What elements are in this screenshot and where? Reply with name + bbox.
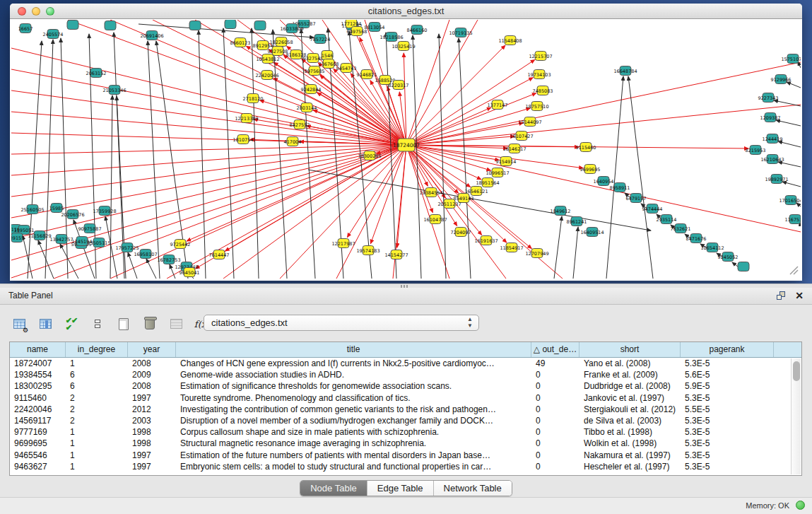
table-row[interactable]: 2242004622012Investigating the contribut… bbox=[10, 404, 790, 415]
graph-node[interactable]: 9115460 bbox=[576, 143, 596, 152]
graph-node[interactable]: 20691406 bbox=[140, 31, 163, 40]
network-window-titlebar[interactable]: citations_edges.txt bbox=[10, 4, 802, 19]
select-all-columns-button[interactable]: ✔✔✔ bbox=[62, 315, 81, 333]
row-options-button[interactable] bbox=[88, 315, 107, 333]
graph-node[interactable]: 2063152 bbox=[86, 69, 107, 78]
graph-node[interactable]: 8660123 bbox=[230, 38, 251, 47]
graph-node[interactable]: 8471676 bbox=[686, 234, 707, 243]
graph-node[interactable]: 9699695 bbox=[580, 165, 601, 174]
column-header-title[interactable]: title bbox=[176, 342, 531, 357]
graph-node[interactable]: 16104787 bbox=[423, 215, 447, 224]
graph-node[interactable]: 19218586 bbox=[379, 33, 403, 42]
show-columns-button[interactable] bbox=[36, 315, 54, 333]
table-row[interactable]: 1872400712008Changes of HCN gene express… bbox=[10, 358, 790, 369]
graph-node[interactable]: 13942757 bbox=[49, 235, 73, 244]
table-settings-button[interactable]: ⚙ bbox=[10, 315, 28, 333]
graph-node[interactable]: 90975887 bbox=[78, 224, 101, 233]
graph-node[interactable]: 10654112 bbox=[700, 243, 724, 252]
graph-node[interactable]: 9154914 bbox=[496, 157, 517, 166]
graph-node[interactable]: 12215707 bbox=[529, 52, 552, 61]
graph-node[interactable] bbox=[105, 21, 116, 30]
table-row[interactable]: 969969511998Structural magnetic resonanc… bbox=[10, 438, 790, 449]
table-row[interactable]: 977716911998Corpus callosum shape and si… bbox=[10, 426, 790, 438]
table-row[interactable]: 1830029562008Estimation of significance … bbox=[10, 380, 790, 392]
graph-node[interactable]: 1167533 bbox=[785, 215, 801, 224]
graph-node[interactable]: 12213389 bbox=[235, 114, 258, 123]
delete-column-button[interactable] bbox=[141, 315, 159, 333]
graph-node-label: 7485083 bbox=[533, 88, 553, 94]
column-header-pagerank[interactable]: pagerank bbox=[681, 342, 774, 357]
column-header-out_de[interactable]: △ out_de… bbox=[531, 342, 579, 357]
graph-node[interactable]: 8215953 bbox=[746, 146, 766, 155]
graph-node[interactable]: 20206576 bbox=[61, 210, 84, 219]
graph-node[interactable]: 1546 bbox=[322, 51, 334, 60]
graph-node[interactable]: 8975685 bbox=[305, 66, 325, 76]
graph-node[interactable]: 11548408 bbox=[498, 36, 522, 45]
graph-node[interactable]: 11854917 bbox=[500, 243, 523, 252]
graph-node[interactable]: 18951564 bbox=[476, 178, 499, 187]
graph-node[interactable]: 19734103 bbox=[527, 70, 551, 79]
graph-node[interactable]: 12217987 bbox=[331, 239, 355, 248]
graph-node[interactable] bbox=[254, 21, 266, 30]
table-source-select[interactable]: citations_edges.txt ▲▼ bbox=[204, 315, 479, 331]
tab-network-table[interactable]: Network Table bbox=[434, 481, 512, 496]
combo-stepper-icon: ▲▼ bbox=[467, 316, 473, 329]
table-row[interactable]: 911546021997Tourette syndrome. Phenomeno… bbox=[10, 392, 790, 404]
graph-node[interactable]: 16191637 bbox=[474, 236, 498, 245]
new-column-button[interactable] bbox=[114, 315, 133, 333]
network-graph[interactable]: 1665724055742069140620631522105334610655… bbox=[11, 20, 801, 279]
graph-node[interactable]: 16657 bbox=[18, 24, 33, 33]
table-row[interactable]: 1456911722003Disruption of a novel membe… bbox=[10, 415, 790, 426]
graph-node[interactable]: 2405574 bbox=[43, 30, 64, 39]
graph-node[interactable]: 16146217 bbox=[502, 144, 526, 153]
column-header-short[interactable]: short bbox=[579, 342, 681, 357]
column-header-in_degree[interactable]: in_degree bbox=[66, 342, 128, 357]
graph-node[interactable] bbox=[738, 262, 749, 271]
table-row[interactable]: 1938455462009Genome-wide association stu… bbox=[10, 369, 790, 380]
table-row[interactable]: 946362711997Embryonic stem cells: a mode… bbox=[10, 461, 790, 472]
graph-node[interactable]: 10996517 bbox=[486, 168, 509, 177]
tab-node-table[interactable]: Node Table bbox=[300, 481, 367, 496]
vertical-scrollbar[interactable] bbox=[791, 358, 801, 474]
graph-node[interactable]: 16648784 bbox=[613, 66, 637, 76]
graph-node[interactable]: 2718120 bbox=[243, 94, 264, 103]
graph-node[interactable]: 15144097 bbox=[518, 117, 541, 127]
graph-node[interactable] bbox=[189, 21, 201, 30]
graph-node[interactable]: 17359928 bbox=[93, 206, 116, 216]
graph-node[interactable] bbox=[225, 20, 236, 29]
graph-node[interactable]: 8961241 bbox=[567, 217, 587, 226]
table-row[interactable]: 946554611997Estimation of the future num… bbox=[10, 450, 790, 461]
column-header-name[interactable]: name bbox=[10, 342, 66, 357]
graph-node[interactable]: 18757510 bbox=[525, 102, 548, 111]
graph-node[interactable]: 15751074 bbox=[781, 54, 801, 64]
column-header-year[interactable]: year bbox=[128, 342, 176, 357]
scrollbar-thumb[interactable] bbox=[793, 361, 800, 381]
graph-node[interactable]: 9245052 bbox=[718, 252, 739, 262]
network-canvas[interactable]: 1665724055742069140620631522105334610655… bbox=[11, 20, 801, 279]
graph-node[interactable]: 8466160 bbox=[407, 25, 428, 35]
graph-node[interactable]: 7614447 bbox=[209, 250, 230, 259]
graph-node[interactable]: 8454743 bbox=[336, 64, 357, 73]
red-edge bbox=[11, 145, 406, 218]
graph-node[interactable]: 16409514 bbox=[580, 228, 604, 237]
tab-edge-table[interactable]: Edge Table bbox=[367, 481, 434, 496]
graph-node[interactable]: 1849612 bbox=[551, 206, 571, 216]
graph-node-label: 9146821 bbox=[357, 72, 377, 78]
graph-node[interactable]: 19574183 bbox=[356, 246, 379, 255]
graph-node[interactable]: 21053346 bbox=[102, 86, 126, 95]
graph-node[interactable]: 39155 bbox=[11, 233, 24, 243]
graph-node[interactable]: 417004 bbox=[284, 137, 302, 146]
graph-node[interactable]: 18300295 bbox=[358, 151, 381, 160]
graph-node[interactable]: 14154277 bbox=[384, 250, 408, 259]
graph-node[interactable]: 10325419 bbox=[392, 42, 415, 51]
float-panel-icon[interactable] bbox=[777, 291, 787, 300]
close-panel-icon[interactable]: ✕ bbox=[795, 290, 804, 301]
graph-node[interactable]: 2935114 bbox=[657, 215, 677, 224]
graph-node[interactable]: 16782753 bbox=[157, 255, 180, 264]
graph-node[interactable]: 7857224 bbox=[310, 35, 331, 44]
graph-node-label: 22420046 bbox=[255, 73, 278, 78]
graph-node[interactable]: 1810754 bbox=[233, 135, 254, 144]
graph-node[interactable] bbox=[67, 21, 78, 30]
graph-node[interactable]: 8813054 bbox=[365, 23, 385, 32]
graph-node[interactable]: 7632621 bbox=[671, 224, 691, 233]
